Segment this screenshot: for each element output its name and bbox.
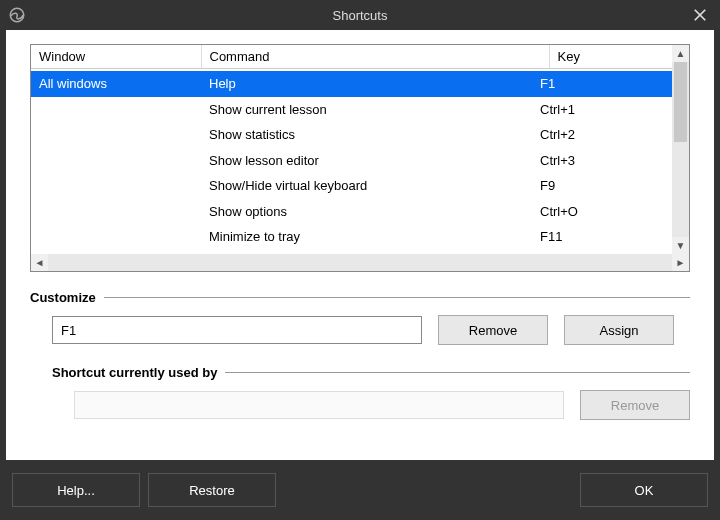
used-by-field [74, 391, 564, 419]
table-row[interactable]: Show lesson editorCtrl+3 [31, 148, 689, 174]
close-icon[interactable] [690, 5, 710, 25]
scroll-left-icon[interactable]: ◄ [31, 254, 48, 271]
column-header-key[interactable]: Key [549, 45, 689, 69]
app-icon [8, 6, 26, 24]
shortcut-input[interactable] [52, 316, 422, 344]
horizontal-scrollbar[interactable]: ◄ ► [31, 254, 689, 271]
cell-key: Ctrl+2 [532, 122, 672, 148]
assign-shortcut-button[interactable]: Assign [564, 315, 674, 345]
scroll-up-icon[interactable]: ▲ [672, 45, 689, 62]
cell-key: F9 [532, 173, 672, 199]
cell-command: Help [201, 71, 532, 97]
column-header-command[interactable]: Command [201, 45, 549, 69]
cell-command: Show statistics [201, 122, 532, 148]
cell-window [31, 148, 201, 174]
vertical-scrollbar[interactable]: ▲ ▼ [672, 45, 689, 254]
cell-command: Show/Hide virtual keyboard [201, 173, 532, 199]
remove-used-by-button: Remove [580, 390, 690, 420]
cell-key: F1 [532, 71, 672, 97]
table-row[interactable]: Show statisticsCtrl+2 [31, 122, 689, 148]
cell-window: All windows [31, 71, 201, 97]
shortcuts-table[interactable]: Window Command Key All windowsHelpF1Show… [30, 44, 690, 272]
cell-window [31, 173, 201, 199]
cell-window [31, 122, 201, 148]
scroll-right-icon[interactable]: ► [672, 254, 689, 271]
column-header-window[interactable]: Window [31, 45, 201, 69]
cell-command: Show lesson editor [201, 148, 532, 174]
cell-window [31, 224, 201, 250]
cell-window [31, 199, 201, 225]
table-row[interactable]: Show optionsCtrl+O [31, 199, 689, 225]
table-row[interactable]: All windowsHelpF1 [31, 71, 689, 97]
cell-command: Show options [201, 199, 532, 225]
scroll-down-icon[interactable]: ▼ [672, 237, 689, 254]
window-title: Shortcuts [333, 8, 388, 23]
table-row[interactable]: Minimize to trayF11 [31, 224, 689, 250]
cell-key: F11 [532, 224, 672, 250]
scroll-thumb[interactable] [674, 62, 687, 142]
cell-key: Ctrl+O [532, 199, 672, 225]
ok-button[interactable]: OK [580, 473, 708, 507]
button-bar: Help... Restore OK [6, 466, 714, 514]
used-by-label: Shortcut currently used by [52, 365, 690, 380]
titlebar: Shortcuts [0, 0, 720, 30]
cell-key: Ctrl+1 [532, 97, 672, 123]
cell-command: Show current lesson [201, 97, 532, 123]
cell-command: Minimize to tray [201, 224, 532, 250]
cell-key: Ctrl+3 [532, 148, 672, 174]
restore-button[interactable]: Restore [148, 473, 276, 507]
table-row[interactable]: Show current lessonCtrl+1 [31, 97, 689, 123]
cell-window [31, 97, 201, 123]
table-row[interactable]: Show/Hide virtual keyboardF9 [31, 173, 689, 199]
remove-shortcut-button[interactable]: Remove [438, 315, 548, 345]
help-button[interactable]: Help... [12, 473, 140, 507]
customize-label: Customize [30, 290, 690, 305]
dialog-content: Window Command Key All windowsHelpF1Show… [6, 30, 714, 460]
